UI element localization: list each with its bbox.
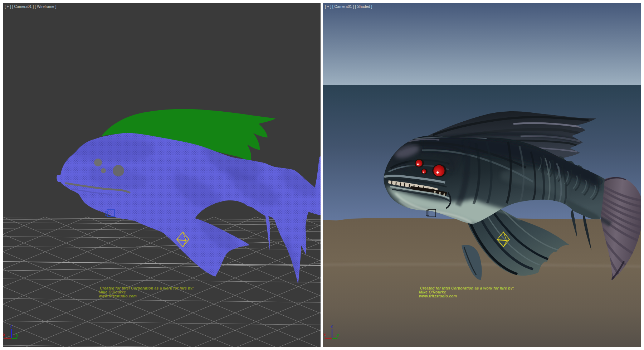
svg-text:z: z [331, 323, 333, 329]
svg-text:[ + ] [ Camera01 ] [ Shaded ]: [ + ] [ Camera01 ] [ Shaded ] [325, 4, 372, 9]
svg-text:www.fritzstudio.com: www.fritzstudio.com [99, 294, 137, 298]
svg-text:y: y [16, 332, 19, 337]
svg-text:x: x [323, 332, 326, 337]
svg-text:y: y [337, 332, 339, 337]
svg-text:z: z [10, 323, 13, 329]
svg-text:x: x [3, 332, 5, 337]
svg-text:www.fritzstudio.com: www.fritzstudio.com [419, 294, 457, 298]
svg-text:[ + ] [ Camera01 ] [ Wireframe: [ + ] [ Camera01 ] [ Wireframe ] [5, 4, 56, 9]
